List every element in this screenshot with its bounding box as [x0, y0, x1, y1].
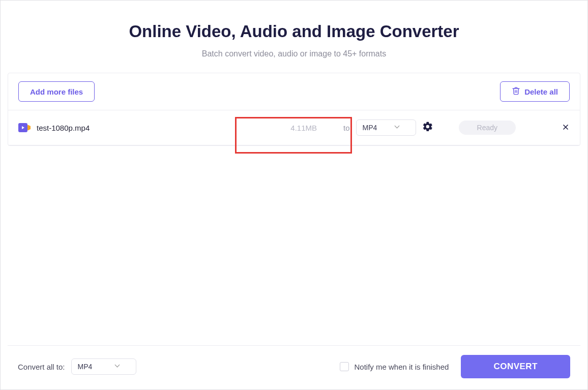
notify-wrap: Notify me when it is finished: [340, 362, 449, 371]
delete-all-button[interactable]: Delete all: [500, 81, 570, 102]
file-row: test-1080p.mp4 4.11MB to MP4 Ready: [8, 110, 580, 145]
page-subtitle: Batch convert video, audio or image to 4…: [1, 49, 587, 58]
status-badge: Ready: [459, 121, 516, 135]
convert-button-label: CONVERT: [493, 362, 538, 371]
chevron-down-icon: [115, 364, 121, 369]
convert-all-value: MP4: [78, 363, 93, 371]
main-panel: Add more files Delete all test-1080p.mp4…: [8, 73, 580, 146]
video-file-icon: [18, 122, 30, 133]
delete-all-label: Delete all: [524, 87, 558, 96]
convert-all-select[interactable]: MP4: [71, 358, 136, 375]
convert-section: to MP4: [343, 119, 433, 136]
file-size: 4.11MB: [290, 124, 317, 132]
convert-button[interactable]: CONVERT: [461, 355, 570, 378]
header: Online Video, Audio and Image Converter …: [1, 1, 587, 73]
file-name: test-1080p.mp4: [37, 124, 90, 132]
convert-all-label: Convert all to:: [18, 363, 65, 371]
to-label: to: [343, 124, 350, 132]
chevron-down-icon: [395, 125, 400, 130]
add-files-button[interactable]: Add more files: [18, 81, 95, 102]
notify-label: Notify me when it is finished: [354, 363, 449, 371]
notify-checkbox[interactable]: [340, 362, 349, 371]
toolbar: Add more files Delete all: [8, 73, 580, 110]
remove-file-button[interactable]: [562, 123, 570, 133]
footer: Convert all to: MP4 Notify me when it is…: [8, 345, 580, 389]
gear-icon[interactable]: [422, 121, 433, 134]
format-select[interactable]: MP4: [356, 119, 416, 136]
trash-icon: [512, 86, 520, 97]
format-value: MP4: [363, 124, 377, 132]
add-files-label: Add more files: [30, 87, 83, 96]
page-title: Online Video, Audio and Image Converter: [1, 22, 587, 41]
